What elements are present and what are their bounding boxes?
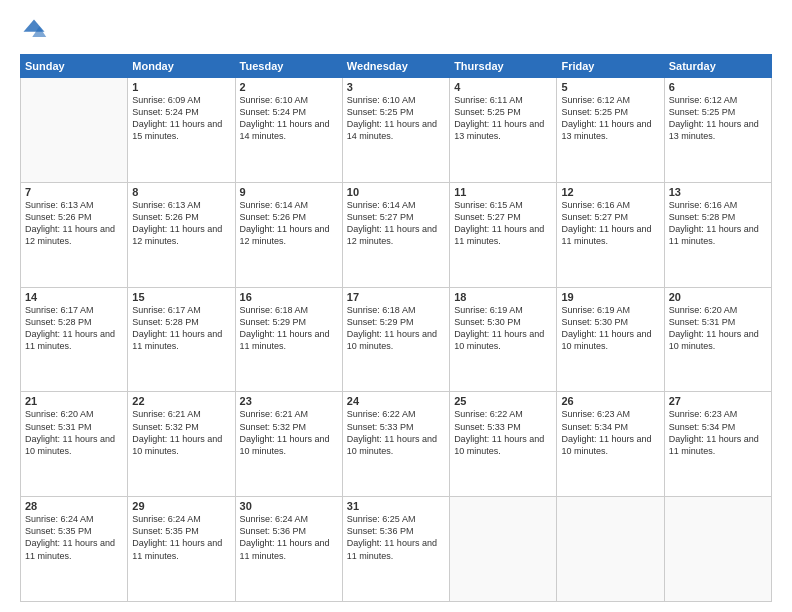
- day-cell: 12Sunrise: 6:16 AMSunset: 5:27 PMDayligh…: [557, 182, 664, 287]
- day-number: 13: [669, 186, 767, 198]
- day-number: 15: [132, 291, 230, 303]
- day-cell: 26Sunrise: 6:23 AMSunset: 5:34 PMDayligh…: [557, 392, 664, 497]
- day-cell: 3Sunrise: 6:10 AMSunset: 5:25 PMDaylight…: [342, 78, 449, 183]
- day-info: Sunrise: 6:11 AMSunset: 5:25 PMDaylight:…: [454, 94, 552, 143]
- day-cell: 4Sunrise: 6:11 AMSunset: 5:25 PMDaylight…: [450, 78, 557, 183]
- week-row-1: 1Sunrise: 6:09 AMSunset: 5:24 PMDaylight…: [21, 78, 772, 183]
- day-cell: 15Sunrise: 6:17 AMSunset: 5:28 PMDayligh…: [128, 287, 235, 392]
- week-row-5: 28Sunrise: 6:24 AMSunset: 5:35 PMDayligh…: [21, 497, 772, 602]
- day-cell: 17Sunrise: 6:18 AMSunset: 5:29 PMDayligh…: [342, 287, 449, 392]
- day-cell: 1Sunrise: 6:09 AMSunset: 5:24 PMDaylight…: [128, 78, 235, 183]
- column-header-sunday: Sunday: [21, 55, 128, 78]
- day-cell: 18Sunrise: 6:19 AMSunset: 5:30 PMDayligh…: [450, 287, 557, 392]
- day-info: Sunrise: 6:22 AMSunset: 5:33 PMDaylight:…: [347, 408, 445, 457]
- day-info: Sunrise: 6:13 AMSunset: 5:26 PMDaylight:…: [132, 199, 230, 248]
- day-info: Sunrise: 6:24 AMSunset: 5:36 PMDaylight:…: [240, 513, 338, 562]
- column-header-tuesday: Tuesday: [235, 55, 342, 78]
- day-number: 23: [240, 395, 338, 407]
- day-number: 17: [347, 291, 445, 303]
- page: SundayMondayTuesdayWednesdayThursdayFrid…: [0, 0, 792, 612]
- day-number: 1: [132, 81, 230, 93]
- day-number: 2: [240, 81, 338, 93]
- day-cell: 9Sunrise: 6:14 AMSunset: 5:26 PMDaylight…: [235, 182, 342, 287]
- calendar-table: SundayMondayTuesdayWednesdayThursdayFrid…: [20, 54, 772, 602]
- day-info: Sunrise: 6:22 AMSunset: 5:33 PMDaylight:…: [454, 408, 552, 457]
- day-info: Sunrise: 6:10 AMSunset: 5:25 PMDaylight:…: [347, 94, 445, 143]
- day-info: Sunrise: 6:14 AMSunset: 5:26 PMDaylight:…: [240, 199, 338, 248]
- column-header-friday: Friday: [557, 55, 664, 78]
- column-header-saturday: Saturday: [664, 55, 771, 78]
- day-info: Sunrise: 6:20 AMSunset: 5:31 PMDaylight:…: [669, 304, 767, 353]
- day-info: Sunrise: 6:09 AMSunset: 5:24 PMDaylight:…: [132, 94, 230, 143]
- day-number: 8: [132, 186, 230, 198]
- day-info: Sunrise: 6:14 AMSunset: 5:27 PMDaylight:…: [347, 199, 445, 248]
- week-row-3: 14Sunrise: 6:17 AMSunset: 5:28 PMDayligh…: [21, 287, 772, 392]
- day-number: 26: [561, 395, 659, 407]
- day-cell: 22Sunrise: 6:21 AMSunset: 5:32 PMDayligh…: [128, 392, 235, 497]
- column-header-monday: Monday: [128, 55, 235, 78]
- day-info: Sunrise: 6:19 AMSunset: 5:30 PMDaylight:…: [561, 304, 659, 353]
- day-cell: 31Sunrise: 6:25 AMSunset: 5:36 PMDayligh…: [342, 497, 449, 602]
- day-info: Sunrise: 6:12 AMSunset: 5:25 PMDaylight:…: [561, 94, 659, 143]
- day-number: 3: [347, 81, 445, 93]
- day-cell: 6Sunrise: 6:12 AMSunset: 5:25 PMDaylight…: [664, 78, 771, 183]
- day-cell: 21Sunrise: 6:20 AMSunset: 5:31 PMDayligh…: [21, 392, 128, 497]
- day-number: 7: [25, 186, 123, 198]
- day-info: Sunrise: 6:21 AMSunset: 5:32 PMDaylight:…: [132, 408, 230, 457]
- day-number: 21: [25, 395, 123, 407]
- day-info: Sunrise: 6:10 AMSunset: 5:24 PMDaylight:…: [240, 94, 338, 143]
- header: [20, 16, 772, 44]
- column-header-wednesday: Wednesday: [342, 55, 449, 78]
- day-number: 24: [347, 395, 445, 407]
- column-header-thursday: Thursday: [450, 55, 557, 78]
- day-number: 11: [454, 186, 552, 198]
- day-number: 9: [240, 186, 338, 198]
- logo-icon: [20, 16, 48, 44]
- day-number: 20: [669, 291, 767, 303]
- week-row-2: 7Sunrise: 6:13 AMSunset: 5:26 PMDaylight…: [21, 182, 772, 287]
- day-cell: 14Sunrise: 6:17 AMSunset: 5:28 PMDayligh…: [21, 287, 128, 392]
- day-cell: 20Sunrise: 6:20 AMSunset: 5:31 PMDayligh…: [664, 287, 771, 392]
- day-info: Sunrise: 6:20 AMSunset: 5:31 PMDaylight:…: [25, 408, 123, 457]
- day-cell: 2Sunrise: 6:10 AMSunset: 5:24 PMDaylight…: [235, 78, 342, 183]
- day-cell: [450, 497, 557, 602]
- day-cell: 10Sunrise: 6:14 AMSunset: 5:27 PMDayligh…: [342, 182, 449, 287]
- day-cell: [664, 497, 771, 602]
- day-info: Sunrise: 6:25 AMSunset: 5:36 PMDaylight:…: [347, 513, 445, 562]
- day-info: Sunrise: 6:19 AMSunset: 5:30 PMDaylight:…: [454, 304, 552, 353]
- day-info: Sunrise: 6:18 AMSunset: 5:29 PMDaylight:…: [240, 304, 338, 353]
- day-number: 28: [25, 500, 123, 512]
- day-number: 5: [561, 81, 659, 93]
- day-number: 4: [454, 81, 552, 93]
- day-number: 22: [132, 395, 230, 407]
- day-number: 16: [240, 291, 338, 303]
- day-info: Sunrise: 6:16 AMSunset: 5:28 PMDaylight:…: [669, 199, 767, 248]
- day-cell: 16Sunrise: 6:18 AMSunset: 5:29 PMDayligh…: [235, 287, 342, 392]
- day-info: Sunrise: 6:16 AMSunset: 5:27 PMDaylight:…: [561, 199, 659, 248]
- day-info: Sunrise: 6:24 AMSunset: 5:35 PMDaylight:…: [132, 513, 230, 562]
- day-cell: 7Sunrise: 6:13 AMSunset: 5:26 PMDaylight…: [21, 182, 128, 287]
- day-number: 6: [669, 81, 767, 93]
- day-cell: 5Sunrise: 6:12 AMSunset: 5:25 PMDaylight…: [557, 78, 664, 183]
- day-cell: 28Sunrise: 6:24 AMSunset: 5:35 PMDayligh…: [21, 497, 128, 602]
- day-info: Sunrise: 6:15 AMSunset: 5:27 PMDaylight:…: [454, 199, 552, 248]
- day-number: 10: [347, 186, 445, 198]
- day-cell: [557, 497, 664, 602]
- day-cell: [21, 78, 128, 183]
- day-info: Sunrise: 6:23 AMSunset: 5:34 PMDaylight:…: [561, 408, 659, 457]
- day-number: 27: [669, 395, 767, 407]
- week-row-4: 21Sunrise: 6:20 AMSunset: 5:31 PMDayligh…: [21, 392, 772, 497]
- day-info: Sunrise: 6:21 AMSunset: 5:32 PMDaylight:…: [240, 408, 338, 457]
- day-number: 18: [454, 291, 552, 303]
- day-cell: 8Sunrise: 6:13 AMSunset: 5:26 PMDaylight…: [128, 182, 235, 287]
- day-number: 31: [347, 500, 445, 512]
- day-cell: 29Sunrise: 6:24 AMSunset: 5:35 PMDayligh…: [128, 497, 235, 602]
- day-number: 19: [561, 291, 659, 303]
- day-cell: 25Sunrise: 6:22 AMSunset: 5:33 PMDayligh…: [450, 392, 557, 497]
- day-cell: 11Sunrise: 6:15 AMSunset: 5:27 PMDayligh…: [450, 182, 557, 287]
- day-info: Sunrise: 6:18 AMSunset: 5:29 PMDaylight:…: [347, 304, 445, 353]
- day-cell: 24Sunrise: 6:22 AMSunset: 5:33 PMDayligh…: [342, 392, 449, 497]
- day-info: Sunrise: 6:23 AMSunset: 5:34 PMDaylight:…: [669, 408, 767, 457]
- day-number: 14: [25, 291, 123, 303]
- day-info: Sunrise: 6:13 AMSunset: 5:26 PMDaylight:…: [25, 199, 123, 248]
